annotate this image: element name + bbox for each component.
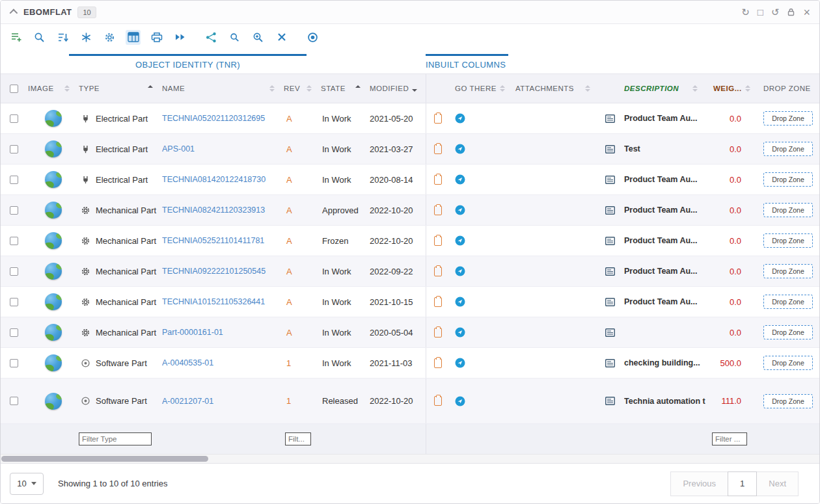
sync-icon[interactable]: ↻ <box>741 7 750 17</box>
share-icon[interactable] <box>204 30 219 45</box>
column-header-type[interactable]: TYPE <box>79 85 100 92</box>
description-list-icon[interactable] <box>605 397 615 405</box>
clear-filter-icon[interactable] <box>274 30 289 45</box>
drop-zone-button[interactable]: Drop Zone <box>763 203 813 217</box>
name-link[interactable]: Part-0000161-01 <box>162 328 223 337</box>
row-checkbox[interactable] <box>10 359 18 367</box>
row-checkbox[interactable] <box>10 206 18 215</box>
name-link[interactable]: TECHNIA052521101411781 <box>162 236 264 245</box>
go-there-icon[interactable] <box>455 205 465 215</box>
zoom-in-icon[interactable] <box>251 30 266 45</box>
clipboard-icon[interactable] <box>434 396 442 406</box>
row-checkbox[interactable] <box>10 145 18 153</box>
print-icon[interactable] <box>149 30 164 45</box>
clipboard-icon[interactable] <box>434 328 442 338</box>
name-link[interactable]: TECHNIA092222101250545 <box>162 267 266 276</box>
row-checkbox[interactable] <box>10 267 18 276</box>
lock-icon[interactable] <box>787 8 795 16</box>
clipboard-icon[interactable] <box>434 114 442 124</box>
add-row-icon[interactable] <box>8 30 23 45</box>
row-checkbox[interactable] <box>10 176 18 184</box>
sort-icon[interactable] <box>64 85 70 92</box>
column-header-weight[interactable]: WEIG... <box>713 85 742 92</box>
sort-icon[interactable] <box>585 85 590 92</box>
horizontal-scrollbar[interactable] <box>1 454 819 463</box>
description-list-icon[interactable] <box>605 359 615 367</box>
search-icon[interactable] <box>32 30 47 45</box>
go-there-icon[interactable] <box>455 113 465 124</box>
column-header-name[interactable]: NAME <box>162 85 185 92</box>
drop-zone-button[interactable]: Drop Zone <box>763 325 813 339</box>
find-icon[interactable] <box>227 30 242 45</box>
sort-icon[interactable] <box>269 85 275 92</box>
column-header-rev[interactable]: REV <box>284 85 300 92</box>
column-header-image[interactable]: IMAGE <box>28 85 54 92</box>
sort-icon[interactable] <box>692 85 698 92</box>
description-list-icon[interactable] <box>605 328 615 337</box>
drop-zone-button[interactable]: Drop Zone <box>763 111 813 126</box>
clipboard-icon[interactable] <box>434 144 442 154</box>
drop-zone-button[interactable]: Drop Zone <box>763 233 813 248</box>
description-list-icon[interactable] <box>605 298 615 306</box>
go-there-icon[interactable] <box>455 266 465 276</box>
fast-forward-icon[interactable] <box>172 30 187 45</box>
undo-icon[interactable]: ↺ <box>771 7 780 17</box>
drop-zone-button[interactable]: Drop Zone <box>763 172 813 187</box>
name-link[interactable]: TECHNIA101521105326441 <box>162 297 265 306</box>
next-page-button[interactable]: Next <box>756 471 799 496</box>
close-icon[interactable]: × <box>803 7 810 18</box>
table-view-icon[interactable] <box>126 30 141 45</box>
column-header-modified[interactable]: MODIFIED <box>370 85 409 92</box>
collapse-chevron-icon[interactable] <box>10 9 18 18</box>
sort-icon[interactable] <box>307 85 312 92</box>
type-filter-input[interactable] <box>79 432 152 445</box>
name-link[interactable]: TECHNIA052021120312695 <box>162 114 265 123</box>
clipboard-icon[interactable] <box>434 267 442 276</box>
sort-alpha-icon[interactable] <box>55 30 70 45</box>
row-checkbox[interactable] <box>10 237 18 245</box>
name-link[interactable]: APS-001 <box>162 144 195 153</box>
freeze-panes-icon[interactable] <box>79 30 94 45</box>
clipboard-icon[interactable] <box>434 297 442 307</box>
previous-page-button[interactable]: Previous <box>670 471 728 496</box>
row-checkbox[interactable] <box>10 328 18 337</box>
description-list-icon[interactable] <box>605 237 615 245</box>
name-link[interactable]: A-0021207-01 <box>162 397 213 406</box>
go-there-icon[interactable] <box>455 174 465 185</box>
current-page-button[interactable]: 1 <box>728 471 757 496</box>
weight-filter-input[interactable] <box>712 432 747 445</box>
description-list-icon[interactable] <box>605 114 615 123</box>
row-checkbox[interactable] <box>10 397 18 405</box>
maximize-icon[interactable]: □ <box>758 7 763 17</box>
row-checkbox[interactable] <box>10 298 18 306</box>
drop-zone-button[interactable]: Drop Zone <box>763 142 813 156</box>
scrollbar-thumb[interactable] <box>1 456 208 462</box>
column-header-state[interactable]: STATE <box>321 85 346 92</box>
go-there-icon[interactable] <box>455 144 465 154</box>
clipboard-icon[interactable] <box>434 175 442 185</box>
sort-icon[interactable] <box>500 85 505 92</box>
clipboard-icon[interactable] <box>434 206 442 215</box>
description-list-icon[interactable] <box>605 206 615 215</box>
drop-zone-button[interactable]: Drop Zone <box>763 356 813 370</box>
drop-zone-button[interactable]: Drop Zone <box>763 295 813 309</box>
row-checkbox[interactable] <box>10 114 18 123</box>
go-there-icon[interactable] <box>455 396 465 406</box>
clipboard-icon[interactable] <box>434 358 442 368</box>
page-size-select[interactable]: 10 <box>10 473 44 495</box>
drop-zone-button[interactable]: Drop Zone <box>763 394 813 408</box>
target-icon[interactable] <box>305 30 320 45</box>
name-link[interactable]: A-0040535-01 <box>162 358 213 367</box>
select-all-checkbox[interactable] <box>10 85 18 93</box>
description-list-icon[interactable] <box>605 145 615 153</box>
description-list-icon[interactable] <box>605 176 615 184</box>
name-link[interactable]: TECHNIA081420122418730 <box>162 175 266 184</box>
description-list-icon[interactable] <box>605 267 615 276</box>
column-header-attachments[interactable]: ATTACHMENTS <box>515 85 574 92</box>
go-there-icon[interactable] <box>455 235 465 246</box>
name-link[interactable]: TECHNIA082421120323913 <box>162 206 265 215</box>
clipboard-icon[interactable] <box>434 236 442 246</box>
rev-filter-input[interactable] <box>285 432 311 445</box>
sort-desc-icon[interactable] <box>412 85 417 92</box>
column-header-go-there[interactable]: GO THERE <box>455 85 497 92</box>
